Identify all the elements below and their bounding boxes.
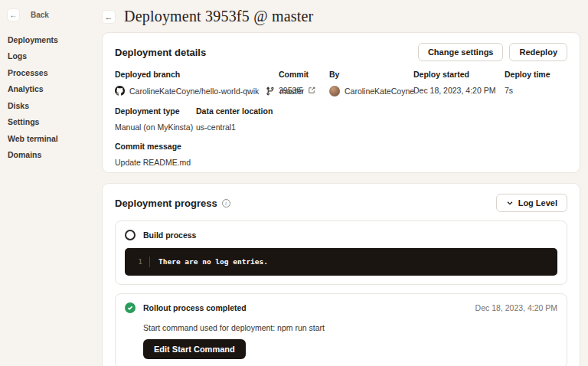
by-label: By <box>329 70 413 79</box>
header-back-arrow-icon[interactable]: ← <box>102 10 116 24</box>
page-title: Deployment 3953f5 @ master <box>124 8 313 25</box>
sidebar: Deployments Logs Processes Analytics Dis… <box>8 31 98 163</box>
deploy-started-value: Dec 18, 2023, 4:20 PM <box>413 86 495 95</box>
git-branch-icon <box>266 87 275 96</box>
deployment-progress-card: Deployment progress i Log Level Build pr… <box>102 183 580 366</box>
change-settings-button[interactable]: Change settings <box>418 43 504 61</box>
sidebar-item-analytics[interactable]: Analytics <box>8 81 98 98</box>
deployment-details-card: Deployment details Change settings Redep… <box>102 32 580 173</box>
sidebar-item-disks[interactable]: Disks <box>8 97 98 114</box>
sidebar-item-settings[interactable]: Settings <box>8 114 98 131</box>
user-avatar <box>329 86 340 96</box>
build-log-terminal: 1 There are no log entries. <box>125 248 557 276</box>
deployment-type-label: Deployment type <box>115 106 196 116</box>
log-line-text: There are no log entries. <box>150 257 268 267</box>
github-icon <box>115 86 125 96</box>
sidebar-item-deployments[interactable]: Deployments <box>8 31 98 48</box>
sidebar-item-web-terminal[interactable]: Web terminal <box>8 130 98 147</box>
back-arrow-icon[interactable]: ← <box>7 8 20 21</box>
commit-message-value: Update README.md <box>115 158 191 167</box>
commit-hash-link[interactable]: 3953f5 <box>279 86 303 95</box>
redeploy-button[interactable]: Redeploy <box>509 43 567 61</box>
deploy-time-value: 7s <box>505 86 513 95</box>
info-icon[interactable]: i <box>222 199 230 208</box>
sidebar-item-processes[interactable]: Processes <box>8 64 98 81</box>
build-process-title: Build process <box>143 230 557 240</box>
deployment-type-value: Manual (on MyKinsta) <box>115 123 193 132</box>
start-command-text: Start command used for deployment: npm r… <box>143 323 557 332</box>
deployment-details-title: Deployment details <box>115 47 206 58</box>
data-center-label: Data center location <box>196 106 273 116</box>
repo-name: CarolineKateCoyne/hello-world-qwik <box>129 87 259 96</box>
back-button[interactable]: ← Back <box>7 8 49 21</box>
rollout-process-title: Rollout process completed <box>143 303 475 312</box>
commit-message-label: Commit message <box>115 142 567 151</box>
chevron-down-icon <box>506 199 514 207</box>
deployment-progress-title: Deployment progress <box>115 198 217 209</box>
external-link-icon[interactable] <box>308 87 315 94</box>
sidebar-item-logs[interactable]: Logs <box>8 48 98 65</box>
commit-label: Commit <box>279 70 329 79</box>
back-label: Back <box>31 11 49 19</box>
build-process-box: Build process 1 There are no log entries… <box>115 221 567 285</box>
build-status-circle-icon <box>125 230 136 240</box>
log-level-dropdown[interactable]: Log Level <box>496 194 567 212</box>
success-check-icon <box>125 302 136 313</box>
rollout-timestamp: Dec 18, 2023, 4:20 PM <box>475 303 557 312</box>
log-level-label: Log Level <box>518 198 557 208</box>
data-center-value: us-central1 <box>196 123 236 132</box>
edit-start-command-button[interactable]: Edit Start Command <box>143 339 246 359</box>
deploy-time-label: Deploy time <box>505 70 550 79</box>
log-line-number: 1 <box>125 257 150 267</box>
page-header: ← Deployment 3953f5 @ master <box>102 8 313 25</box>
deployed-branch-label: Deployed branch <box>115 70 279 79</box>
deploy-started-label: Deploy started <box>413 70 505 79</box>
by-user-name: CarolineKateCoyne <box>345 87 414 96</box>
rollout-process-box: Rollout process completed Dec 18, 2023, … <box>115 293 567 366</box>
sidebar-item-domains[interactable]: Domains <box>8 147 98 164</box>
